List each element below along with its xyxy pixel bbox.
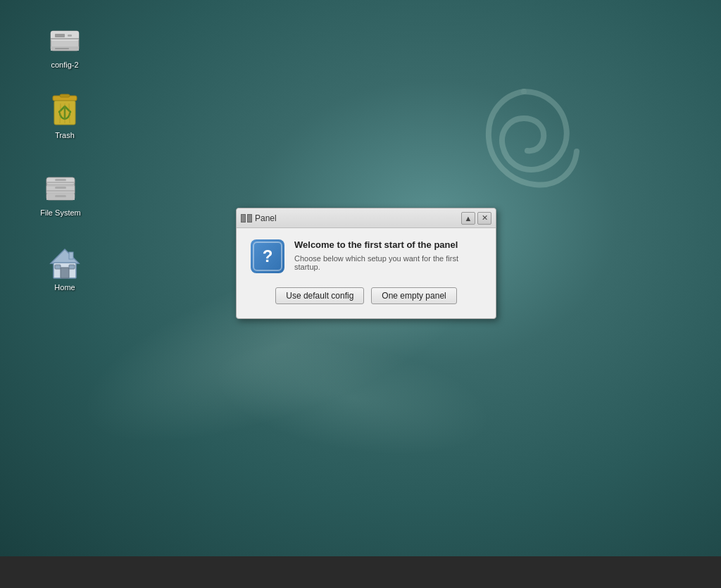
svg-rect-6 <box>55 48 69 49</box>
dialog-content: ? Welcome to the first start of the pane… <box>237 228 496 318</box>
dialog-text-block: Welcome to the first start of the panel … <box>294 239 482 271</box>
svg-rect-17 <box>46 190 75 192</box>
dialog-close-button[interactable]: ✕ <box>477 212 491 225</box>
one-empty-panel-button[interactable]: One empty panel <box>371 287 456 304</box>
dialog-buttons: Use default config One empty panel <box>251 287 482 304</box>
desktop: config-2 Trash <box>0 0 721 556</box>
svg-rect-4 <box>68 35 72 37</box>
desktop-icon-home[interactable]: Home <box>37 244 93 294</box>
svg-rect-26 <box>69 265 75 269</box>
filesystem-icon-image <box>44 172 77 206</box>
svg-marker-22 <box>51 249 79 263</box>
svg-rect-25 <box>55 265 61 269</box>
svg-rect-19 <box>55 179 66 181</box>
config2-icon-label: config-2 <box>51 61 78 69</box>
desktop-icon-filesystem[interactable]: File System <box>32 169 89 220</box>
filesystem-icon-label: File System <box>40 208 80 217</box>
titlebar-left: Panel <box>241 213 277 223</box>
dialog-titlebar: Panel ▲ ✕ <box>237 208 496 228</box>
taskbar <box>0 556 721 588</box>
dialog-title: Panel <box>255 213 277 223</box>
svg-rect-15 <box>46 182 75 183</box>
svg-rect-3 <box>55 34 65 37</box>
svg-rect-21 <box>55 195 66 197</box>
svg-rect-27 <box>69 252 73 259</box>
desktop-icon-trash[interactable]: Trash <box>37 92 93 142</box>
svg-rect-20 <box>55 187 66 189</box>
svg-rect-2 <box>51 38 79 39</box>
svg-rect-8 <box>60 94 70 97</box>
dialog-subtext: Choose below which setup you want for th… <box>294 254 482 271</box>
dialog-up-button[interactable]: ▲ <box>461 212 475 225</box>
dialog-main-row: ? Welcome to the first start of the pane… <box>251 239 482 273</box>
home-icon-label: Home <box>54 283 75 292</box>
svg-rect-24 <box>61 268 69 278</box>
question-icon: ? <box>251 239 284 273</box>
use-default-config-button[interactable]: Use default config <box>275 287 364 304</box>
desktop-icon-config2[interactable]: config-2 <box>37 21 93 72</box>
home-icon-image <box>48 246 82 280</box>
trash-icon-label: Trash <box>55 131 75 139</box>
trash-icon-image <box>48 94 82 128</box>
titlebar-panel-icon <box>241 214 252 223</box>
config2-icon-image <box>48 24 82 58</box>
debian-swirl-logo <box>453 70 594 211</box>
titlebar-buttons: ▲ ✕ <box>461 212 491 225</box>
panel-dialog: Panel ▲ ✕ ? Welcome to the first start o… <box>236 208 496 319</box>
dialog-heading: Welcome to the first start of the panel <box>294 239 482 250</box>
